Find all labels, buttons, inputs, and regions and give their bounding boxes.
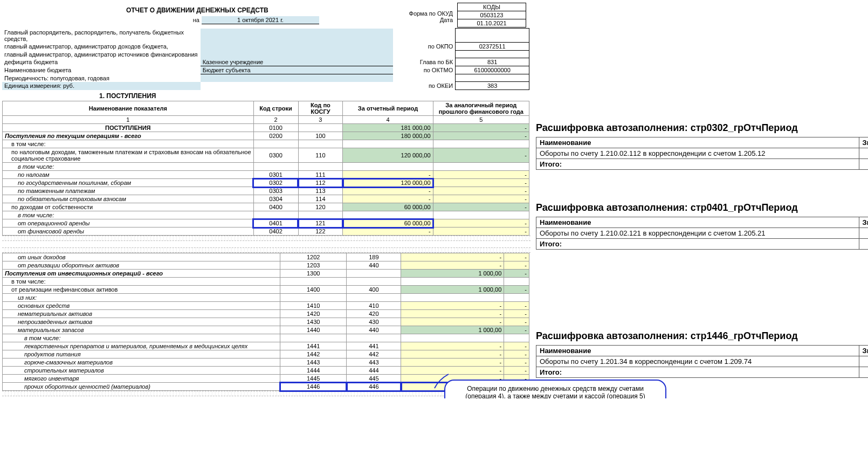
main-table-2: от иных доходов1202189--от реализации об… (2, 253, 529, 391)
table-row: по обязательным страховым взносам0304114… (3, 195, 529, 203)
date2-value: 01.10.2021 (458, 19, 526, 27)
table-row: по налогам0301111-- (3, 171, 529, 179)
section-title: 1. ПОСТУПЛЕНИЯ (99, 92, 531, 100)
date-label: на (4, 16, 202, 24)
table-row: по доходам от собственности040012060 000… (3, 203, 529, 211)
glava-value: 831 (456, 58, 529, 66)
side-table: НаименованиеЗначениеОбороты по счету 1.2… (536, 345, 868, 378)
side-panels: Расшифровка автозаполнения: стр0302_грОт… (536, 2, 859, 378)
table-row: по таможенным платежам0303113-- (3, 187, 529, 195)
side-panel-title: Расшифровка автозаполнения: стр1446_грОт… (536, 330, 859, 342)
table-row: основных средств1410410-- (3, 302, 529, 310)
table-row: в том числе: (3, 278, 529, 286)
okpo-value: 02372511 (456, 43, 529, 51)
callout-note: Операции по движению денежных средств ме… (444, 380, 666, 398)
table-row: горюче-смазочных материалов1443443-- (3, 359, 529, 367)
oktmo-value: 61000000000 (456, 66, 529, 74)
table-row: по государственным пошлинам, сборам03021… (3, 179, 529, 187)
table-row: по налоговым доходам, таможенным платежа… (3, 148, 529, 163)
codes-caption: КОДЫ (458, 3, 526, 11)
table-row: продуктов питания1442442-- (3, 350, 529, 359)
table-row: в том числе: (3, 334, 529, 342)
table-row: от реализации оборотных активов1203440-- (3, 261, 529, 270)
side-table: НаименованиеЗначениеОбороты по счету 1.2… (536, 217, 868, 250)
table-row: от финансовой аренды0402122-- (3, 228, 529, 236)
table-row: Поступления по текущим операциям - всего… (3, 132, 529, 140)
table-row: от операционной аренды040112160 000,00- (3, 219, 529, 228)
budget-name: Бюджет субъекта (201, 66, 393, 74)
table-row: материальных запасов14404401 000,00- (3, 326, 529, 334)
report-form: ОТЧЕТ О ДВИЖЕНИИ ДЕНЕЖНЫХ СРЕДСТВ на 1 о… (2, 2, 531, 396)
side-panel-title: Расшифровка автозаполнения: стр0302_грОт… (536, 122, 859, 134)
okud-label: Форма по ОКУД (395, 10, 453, 17)
report-date: 1 октября 2021 г. (202, 16, 319, 24)
okei-value: 383 (456, 82, 529, 90)
table-row: Поступления от инвестиционных операций -… (3, 270, 529, 278)
table-row: непроизведенных активов1430430-- (3, 318, 529, 326)
table-row: в том числе: (3, 163, 529, 171)
table-row: в том числе: (3, 140, 529, 148)
date2-label: Дата (395, 17, 453, 23)
side-table: НаименованиеЗначениеОбороты по счету 1.2… (536, 137, 868, 170)
main-table: Наименование показателя Код строки Код п… (2, 101, 529, 236)
table-row: от иных доходов1202189-- (3, 253, 529, 261)
org-name: Казенное учреждение (201, 58, 393, 66)
side-panel-title: Расшифровка автозаполнения: стр0401_грОт… (536, 202, 859, 213)
okud-value: 0503123 (458, 11, 526, 19)
table-row: ПОСТУПЛЕНИЯ0100181 000,00- (3, 124, 529, 132)
table-row: из них: (3, 294, 529, 302)
report-title: ОТЧЕТ О ДВИЖЕНИИ ДЕНЕЖНЫХ СРЕДСТВ (4, 6, 390, 14)
table-row: от реализации нефинансовых активов140040… (3, 286, 529, 294)
table-row: в том числе: (3, 211, 529, 219)
table-row: лекарственных препаратов и материалов, п… (3, 342, 529, 350)
table-row: нематериальных активов1420420-- (3, 310, 529, 318)
table-row: строительных материалов1444444-- (3, 367, 529, 375)
